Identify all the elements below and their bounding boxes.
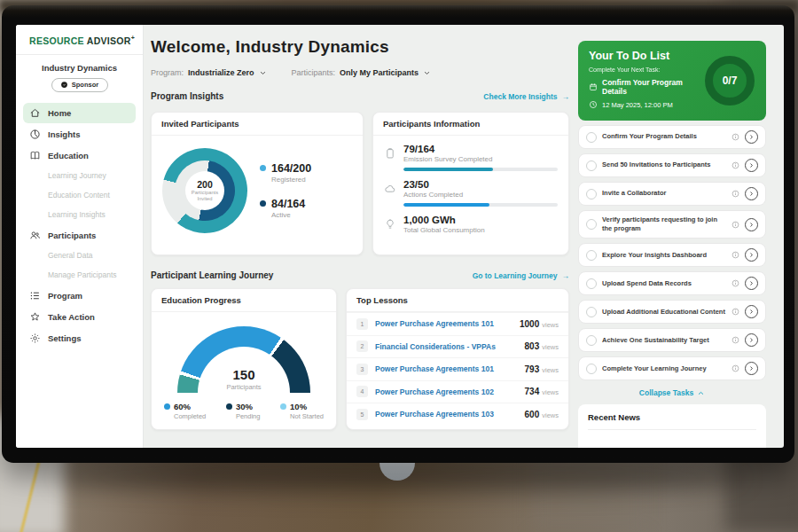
legend-value: 164/200: [271, 162, 311, 175]
info-icon[interactable]: [732, 364, 739, 372]
task-checkbox[interactable]: [586, 132, 597, 143]
stat-value: 23/50: [403, 179, 558, 190]
invited-participants-card: Invited Participants 200 Participants In…: [151, 112, 364, 255]
task-label: Upload Additional Educational Content: [602, 308, 726, 317]
gauge-center-value: 150: [232, 367, 254, 382]
task-open-button[interactable]: [745, 277, 758, 290]
task-checkbox[interactable]: [586, 160, 597, 171]
todo-summary-card: Your To Do List Complete Your Next Task:…: [578, 41, 766, 121]
task-label: Send 50 Invitations to Participants: [602, 160, 726, 169]
legend-label: Not Started: [290, 412, 324, 420]
task-checkbox[interactable]: [586, 307, 597, 317]
check-more-insights-link[interactable]: Check More Insights →: [483, 92, 569, 101]
progress-fill: [403, 203, 489, 207]
sidebar-item-education-content[interactable]: Education Content: [23, 186, 136, 205]
org-name: Industry Dynamics: [16, 63, 143, 73]
sidebar-item-general-data[interactable]: General Data: [23, 246, 136, 265]
task-label: Confirm Your Program Details: [602, 132, 726, 141]
sidebar-item-program[interactable]: Program: [23, 286, 136, 306]
recent-news-divider: [588, 429, 756, 430]
task-open-button[interactable]: [745, 362, 758, 375]
program-icon: [29, 290, 41, 301]
sidebar-item-take-action[interactable]: Take Action: [23, 307, 136, 327]
task-row: Send 50 Invitations to Participants: [578, 153, 766, 177]
participants-filter[interactable]: Participants: Only My Participants: [292, 68, 432, 77]
task-open-button[interactable]: [745, 159, 758, 172]
task-open-button[interactable]: [745, 218, 758, 231]
lesson-link[interactable]: Power Purchase Agreements 102: [375, 387, 518, 396]
home-icon: [29, 107, 41, 119]
collapse-tasks-label: Collapse Tasks: [639, 388, 693, 397]
sidebar-item-settings[interactable]: Settings: [23, 328, 136, 348]
sidebar-item-insights[interactable]: Insights: [23, 124, 136, 145]
calendar-icon: [589, 82, 598, 91]
clock-icon: [589, 100, 598, 109]
gauge-legend: 60% Completed 30% Pending 10% Not Starte…: [164, 402, 324, 420]
participants-icon: [29, 230, 41, 241]
views-suffix: views: [542, 343, 559, 351]
legend-not-started: 10% Not Started: [280, 402, 324, 420]
task-checkbox[interactable]: [586, 250, 597, 261]
collapse-tasks-link[interactable]: Collapse Tasks: [578, 388, 766, 397]
education-icon: [29, 150, 41, 161]
link-label: Check More Insights: [483, 92, 557, 101]
todo-next-task-label: Confirm Your Program Details: [602, 78, 704, 96]
sidebar-item-manage-participants[interactable]: Manage Participants: [23, 266, 136, 285]
lesson-link[interactable]: Financial Considerations - VPPAs: [375, 342, 518, 351]
lesson-link[interactable]: Power Purchase Agreements 101: [375, 364, 518, 373]
chevron-right-icon: [747, 133, 755, 141]
info-icon[interactable]: [732, 190, 739, 198]
todo-counter: 0/7: [723, 74, 738, 87]
task-checkbox[interactable]: [586, 335, 597, 346]
legend-pending: 30% Pending: [226, 402, 261, 420]
arrow-right-icon: →: [562, 92, 570, 101]
info-icon[interactable]: [732, 161, 739, 169]
lesson-row: 2 Financial Considerations - VPPAs 803vi…: [347, 335, 568, 358]
invited-donut-chart: 200 Participants Invited: [162, 148, 247, 233]
info-icon[interactable]: [732, 336, 739, 344]
lesson-rank: 1: [356, 318, 368, 330]
sidebar: RESOURCE ADVISOR+ Industry Dynamics Spon…: [16, 25, 144, 448]
task-open-button[interactable]: [745, 248, 758, 262]
progress-track: [403, 168, 558, 171]
logo-resource: RESOURCE: [29, 35, 84, 46]
lesson-link[interactable]: Power Purchase Agreements 103: [375, 410, 518, 419]
task-open-button[interactable]: [745, 130, 758, 144]
lesson-rank: 4: [356, 386, 368, 397]
actions-icon: [384, 183, 396, 195]
info-icon[interactable]: [732, 279, 739, 287]
dashboard-screen: RESOURCE ADVISOR+ Industry Dynamics Spon…: [16, 25, 784, 448]
sidebar-item-label: Home: [48, 108, 71, 118]
sidebar-item-learning-insights[interactable]: Learning Insights: [23, 206, 136, 224]
legend-dot-registered: [260, 165, 266, 171]
invited-participants-title: Invited Participants: [152, 113, 363, 136]
app-logo: RESOURCE ADVISOR+: [16, 25, 143, 55]
participants-filter-value: Only My Participants: [340, 68, 419, 77]
lesson-link[interactable]: Power Purchase Agreements 101: [375, 319, 512, 328]
info-icon[interactable]: [732, 251, 739, 259]
legend-completed: 60% Completed: [164, 402, 206, 420]
sidebar-item-learning-journey[interactable]: Learning Journey: [23, 167, 136, 185]
chevron-right-icon: [747, 308, 755, 316]
task-open-button[interactable]: [745, 333, 758, 347]
task-checkbox[interactable]: [586, 189, 597, 200]
task-open-button[interactable]: [745, 305, 758, 318]
sidebar-item-education[interactable]: Education: [23, 145, 136, 166]
go-to-learning-journey-link[interactable]: Go to Learning Journey →: [473, 271, 569, 280]
sidebar-item-participants[interactable]: Participants: [23, 225, 136, 246]
task-checkbox[interactable]: [586, 219, 597, 230]
program-filter[interactable]: Program: Industrialize Zero: [151, 68, 267, 77]
sidebar-item-home[interactable]: Home: [23, 103, 136, 123]
info-icon[interactable]: [732, 133, 739, 141]
todo-title: Your To Do List: [589, 50, 704, 62]
info-icon[interactable]: [732, 308, 739, 316]
todo-panel: Your To Do List Complete Your Next Task:…: [578, 41, 766, 448]
info-icon[interactable]: [732, 221, 739, 229]
participants-information-card: Participants Information 79/164 Emission…: [372, 112, 569, 255]
task-checkbox[interactable]: [586, 278, 597, 289]
task-checkbox[interactable]: [586, 364, 597, 374]
task-open-button[interactable]: [745, 187, 758, 200]
todo-next-task: Confirm Your Program Details: [589, 78, 704, 96]
chevron-right-icon: [747, 161, 755, 169]
task-label: Explore Your Insights Dashboard: [602, 251, 726, 260]
